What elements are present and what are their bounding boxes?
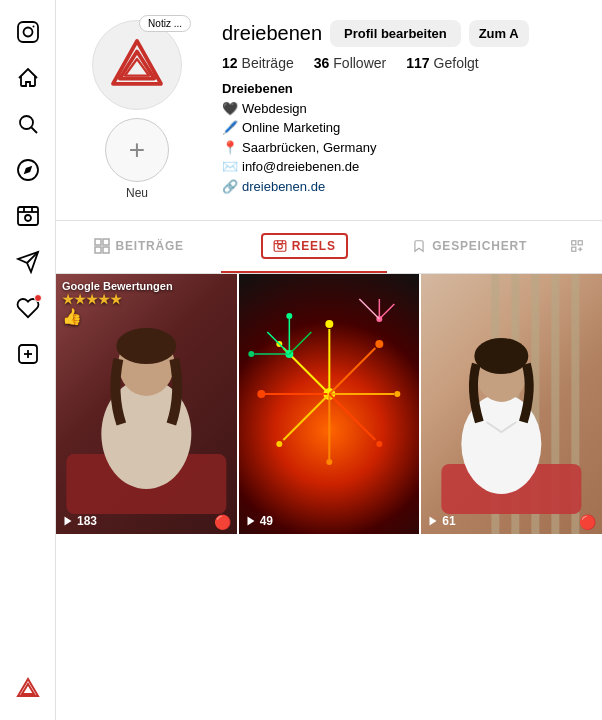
tab-reels[interactable]: REELS: [221, 221, 386, 273]
reel-3-views: 61: [427, 514, 455, 528]
bio-line-2: 🖊️ Online Marketing: [222, 118, 586, 138]
following-label: Gefolgt: [434, 55, 479, 71]
reel-1-views: 183: [62, 514, 97, 528]
svg-point-76: [475, 338, 529, 374]
svg-point-54: [276, 441, 282, 447]
profile-header: Notiz ... + Neu dreiebenen Pr: [56, 0, 602, 212]
profile-left: Notiz ... + Neu: [72, 20, 202, 200]
posts-count: 12: [222, 55, 238, 71]
sidebar: [0, 0, 56, 720]
zum-button[interactable]: Zum A: [469, 20, 529, 47]
svg-rect-24: [274, 241, 286, 252]
messages-icon[interactable]: [8, 242, 48, 282]
svg-marker-38: [65, 517, 72, 526]
reel-1-emoji: 🔴: [214, 514, 231, 530]
svg-rect-0: [18, 22, 38, 42]
bio-line-5: 🔗 dreiebenen.de: [222, 177, 586, 197]
explore-icon[interactable]: [8, 150, 48, 190]
profile-icon[interactable]: [8, 668, 48, 708]
reel-item-1[interactable]: Google Bewertungen ★★★★★ 👍 🔴 183: [56, 274, 237, 534]
edit-profile-button[interactable]: Profil bearbeiten: [330, 20, 461, 47]
bio-location: Saarbrücken, Germany: [242, 138, 376, 158]
reels-grid: Google Bewertungen ★★★★★ 👍 🔴 183: [56, 274, 602, 534]
new-story-label: Neu: [126, 186, 148, 200]
svg-point-3: [20, 116, 33, 129]
tab-gespeichert-label: GESPEICHERT: [432, 239, 527, 253]
notifications-icon[interactable]: [8, 288, 48, 328]
profile-right: dreiebenen Profil bearbeiten Zum A 12 Be…: [222, 20, 586, 200]
svg-line-45: [329, 348, 375, 394]
svg-marker-6: [23, 166, 31, 174]
bio-website-link[interactable]: dreiebenen.de: [242, 177, 325, 197]
svg-point-48: [325, 320, 333, 328]
link-icon: 🔗: [222, 177, 238, 197]
svg-point-1: [23, 28, 32, 37]
profile-top-row: dreiebenen Profil bearbeiten Zum A: [222, 20, 586, 47]
reel-item-2[interactable]: 49: [239, 274, 420, 534]
profile-avatar-logo: [107, 35, 167, 95]
svg-point-37: [116, 328, 176, 364]
following-stat[interactable]: 117 Gefolgt: [406, 55, 479, 71]
bio-line-1: 🖤 Webdesign: [222, 99, 586, 119]
bookmark-icon: [412, 239, 426, 253]
play-icon-2: [245, 515, 257, 527]
svg-point-11: [25, 215, 31, 221]
following-count: 117: [406, 55, 429, 71]
tab-gespeichert[interactable]: GESPEICHERT: [387, 221, 552, 273]
new-story-button[interactable]: + Neu: [105, 118, 169, 200]
svg-line-60: [289, 332, 311, 354]
location-icon: 📍: [222, 138, 238, 158]
svg-rect-22: [95, 247, 101, 253]
home-icon[interactable]: [8, 58, 48, 98]
svg-point-50: [257, 390, 265, 398]
svg-rect-20: [95, 239, 101, 245]
reel-1-caption: Google Bewertungen ★★★★★ 👍: [62, 280, 173, 326]
bio-email: info@dreiebenen.de: [242, 157, 359, 177]
bio-line-4: ✉️ info@dreiebenen.de: [222, 157, 586, 177]
instagram-icon[interactable]: [8, 12, 48, 52]
followers-label: Follower: [333, 55, 386, 71]
svg-marker-77: [430, 517, 437, 526]
webdesign-icon: 🖤: [222, 99, 238, 119]
reel-1-thumbs: 👍: [62, 307, 173, 326]
search-icon[interactable]: [8, 104, 48, 144]
reel-2-views: 49: [245, 514, 273, 528]
tab-more[interactable]: [552, 221, 602, 273]
svg-rect-23: [103, 247, 109, 253]
svg-point-53: [375, 340, 383, 348]
reels-icon[interactable]: [8, 196, 48, 236]
play-icon-1: [62, 515, 74, 527]
fireworks: [239, 274, 420, 534]
new-story-circle: +: [105, 118, 169, 182]
svg-point-2: [32, 26, 34, 28]
play-icon-3: [427, 515, 439, 527]
marketing-icon: 🖊️: [222, 118, 238, 138]
stats-row: 12 Beiträge 36 Follower 117 Gefolgt: [222, 55, 586, 71]
svg-line-47: [329, 394, 375, 440]
posts-label: Beiträge: [242, 55, 294, 71]
svg-point-25: [277, 244, 282, 249]
followers-stat[interactable]: 36 Follower: [314, 55, 386, 71]
svg-point-55: [376, 441, 382, 447]
svg-line-59: [267, 332, 289, 354]
svg-rect-29: [572, 241, 576, 245]
tabs-bar: BEITRÄGE REELS GESPEICHERT: [56, 220, 602, 274]
bio-marketing: Online Marketing: [242, 118, 340, 138]
svg-rect-31: [572, 247, 576, 251]
svg-rect-21: [103, 239, 109, 245]
bio-section: Dreiebenen 🖤 Webdesign 🖊️ Online Marketi…: [222, 79, 586, 196]
bio-line-3: 📍 Saarbrücken, Germany: [222, 138, 586, 158]
more-tabs-icon: [570, 239, 584, 253]
avatar-container: Notiz ...: [92, 20, 182, 110]
notiz-button[interactable]: Notiz ...: [139, 15, 191, 32]
svg-rect-7: [18, 207, 38, 225]
bio-webdesign: Webdesign: [242, 99, 307, 119]
reel-item-3[interactable]: 🔴 61: [421, 274, 602, 534]
tab-beitraege[interactable]: BEITRÄGE: [56, 221, 221, 273]
create-icon[interactable]: [8, 334, 48, 374]
reels-tab-icon: [273, 239, 287, 253]
posts-stat[interactable]: 12 Beiträge: [222, 55, 294, 71]
svg-point-49: [326, 459, 332, 465]
tab-reels-label: REELS: [292, 239, 336, 253]
reel-3-person: [421, 274, 602, 534]
